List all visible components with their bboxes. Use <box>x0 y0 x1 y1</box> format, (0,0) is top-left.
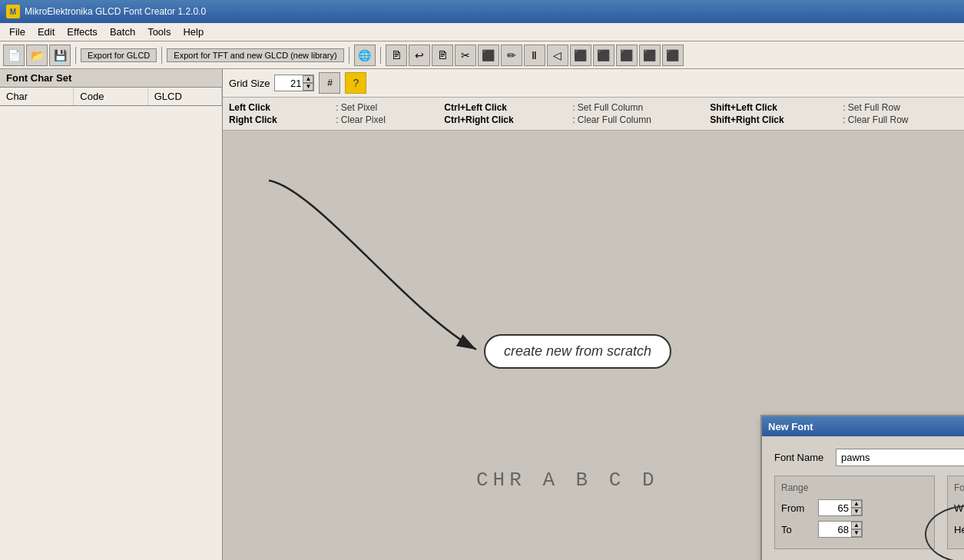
app-icon: M <box>6 5 20 18</box>
from-input[interactable] <box>819 501 851 515</box>
col-code: Code <box>74 88 147 105</box>
toolbar-sep1 <box>75 47 76 64</box>
tool3[interactable]: 🖹 <box>432 45 453 66</box>
toolbar-sep3 <box>349 47 349 64</box>
grid-size-input[interactable] <box>275 77 303 90</box>
titlebar: M MikroElektronika GLCD Font Creator 1.2… <box>0 0 964 23</box>
tool8[interactable]: ◁ <box>547 45 568 66</box>
to-down[interactable]: ▼ <box>851 529 862 537</box>
grid-toggle[interactable]: # <box>319 72 340 94</box>
range-section: Range From ▲ ▼ <box>774 476 935 549</box>
menu-effects[interactable]: Effects <box>61 25 104 39</box>
tool6[interactable]: ✏ <box>501 45 522 66</box>
tool2[interactable]: ↩ <box>409 45 430 66</box>
col-glcd: GLCD <box>148 88 222 105</box>
height-label: Height <box>954 524 964 535</box>
ctrl-right-key: Ctrl+Right Click <box>444 114 563 125</box>
right-click-key: Right Click <box>229 114 326 125</box>
to-input-wrap: ▲ ▼ <box>818 521 863 538</box>
tool5[interactable]: ⬛ <box>478 45 499 66</box>
sketch-characters: CHR A B C D <box>476 469 659 492</box>
from-input-wrap: ▲ ▼ <box>818 499 863 516</box>
menu-edit[interactable]: Edit <box>31 25 61 39</box>
font-name-row: Font Name <box>774 449 964 466</box>
menu-batch[interactable]: Batch <box>104 25 141 39</box>
left-click-val: : Set Pixel <box>336 102 435 113</box>
to-input[interactable] <box>819 522 851 537</box>
ctrl-right-val: : Clear Full Column <box>572 114 701 125</box>
to-label: To <box>781 524 818 535</box>
tool7[interactable]: Ⅱ <box>524 45 545 66</box>
font-size-section: Font Size Width ▲ ▼ <box>947 476 964 549</box>
instructions-bar: Left Click : Set Pixel Ctrl+Left Click :… <box>223 98 964 131</box>
shift-left-val: : Set Full Row <box>843 102 958 113</box>
menu-file[interactable]: File <box>3 25 31 39</box>
tool9[interactable]: ⬛ <box>570 45 591 66</box>
grid-size-spinners: ▲ ▼ <box>303 75 313 91</box>
dialog-titlebar: New Font ✕ <box>762 416 964 436</box>
left-click-key: Left Click <box>229 102 326 113</box>
grid-size-down[interactable]: ▼ <box>303 83 313 91</box>
tool13[interactable]: ⬛ <box>662 45 684 66</box>
left-panel: Font Char Set Char Code GLCD <box>0 69 223 560</box>
menubar: File Edit Effects Batch Tools Help <box>0 23 964 41</box>
grid-help[interactable]: ? <box>345 72 366 94</box>
ctrl-left-val: : Set Full Column <box>572 102 701 113</box>
grid-bar: Grid Size ▲ ▼ # ? <box>223 69 964 98</box>
grid-size-label: Grid Size <box>229 78 270 89</box>
to-spinners: ▲ ▼ <box>851 522 862 537</box>
grid-size-up[interactable]: ▲ <box>303 75 313 83</box>
menu-help[interactable]: Help <box>177 25 210 39</box>
annotation-label: create new from scratch <box>484 334 671 369</box>
export-glcd-button[interactable]: Export for GLCD <box>81 48 157 62</box>
shift-left-key: Shift+Left Click <box>710 102 833 113</box>
new-button[interactable]: 📄 <box>3 45 25 66</box>
shift-right-key: Shift+Right Click <box>710 114 833 125</box>
tool12[interactable]: ⬛ <box>639 45 661 66</box>
width-label: Width <box>954 502 964 514</box>
new-font-dialog: New Font ✕ Font Name Range <box>760 415 964 560</box>
dialog-sections: Range From ▲ ▼ <box>774 476 964 549</box>
ctrl-left-key: Ctrl+Left Click <box>444 102 563 113</box>
dialog-body: Font Name Range From <box>762 436 964 560</box>
canvas-area[interactable]: create new from scratch CHR A B C D New … <box>223 131 964 560</box>
from-label: From <box>781 502 818 514</box>
toolbar-sep2 <box>161 47 162 64</box>
tool10[interactable]: ⬛ <box>593 45 615 66</box>
main-layout: Font Char Set Char Code GLCD Grid Size ▲… <box>0 69 964 560</box>
font-name-input[interactable] <box>836 449 964 466</box>
font-size-section-title: Font Size <box>954 482 964 493</box>
tool4[interactable]: ✂ <box>455 45 476 66</box>
tool11[interactable]: ⬛ <box>616 45 638 66</box>
shift-right-val: : Clear Full Row <box>843 114 958 125</box>
font-name-label: Font Name <box>774 452 836 463</box>
left-panel-columns: Char Code GLCD <box>0 88 222 106</box>
from-row: From ▲ ▼ <box>781 499 928 516</box>
tool1[interactable]: 🖹 <box>386 45 407 66</box>
from-spinners: ▲ ▼ <box>851 500 862 515</box>
to-row: To ▲ ▼ <box>781 521 928 538</box>
height-row: Height ▲ ▼ <box>954 521 964 538</box>
range-section-title: Range <box>781 482 928 493</box>
annotation-arrow <box>253 173 499 365</box>
from-up[interactable]: ▲ <box>851 500 862 508</box>
dialog-title: New Font <box>768 421 813 432</box>
grid-size-input-wrap: ▲ ▼ <box>274 75 314 91</box>
col-char: Char <box>0 88 74 105</box>
from-down[interactable]: ▼ <box>851 508 862 515</box>
width-row: Width ▲ ▼ <box>954 499 964 516</box>
left-panel-header: Font Char Set <box>0 69 222 88</box>
app-title: MikroElektronika GLCD Font Creator 1.2.0… <box>25 6 206 17</box>
toolbar: 📄 📂 💾 Export for GLCD Export for TFT and… <box>0 41 964 69</box>
globe-button[interactable]: 🌐 <box>354 45 376 66</box>
save-button[interactable]: 💾 <box>49 45 71 66</box>
to-up[interactable]: ▲ <box>851 522 862 529</box>
open-button[interactable]: 📂 <box>26 45 48 66</box>
menu-tools[interactable]: Tools <box>141 25 177 39</box>
toolbar-sep4 <box>380 47 381 64</box>
right-click-val: : Clear Pixel <box>336 114 435 125</box>
export-tft-button[interactable]: Export for TFT and new GLCD (new library… <box>167 48 343 62</box>
